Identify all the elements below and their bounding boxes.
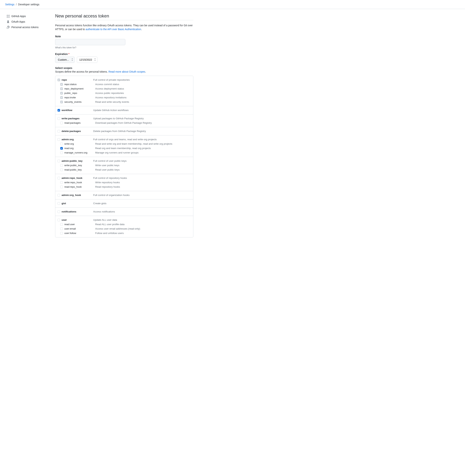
scope-description: Access repository invitations [95, 96, 191, 99]
scope-checkbox[interactable] [58, 160, 60, 162]
person-icon [7, 20, 10, 23]
scope-name[interactable]: gist [62, 202, 93, 205]
scope-name[interactable]: admin:org_hook [62, 193, 93, 197]
scope-checkbox[interactable] [60, 151, 63, 154]
sidebar-item-label: GitHub Apps [11, 15, 26, 18]
scope-checkbox[interactable] [60, 228, 63, 230]
scope-checkbox[interactable] [60, 83, 63, 86]
scope-checkbox[interactable] [58, 109, 60, 112]
scope-checkbox[interactable] [58, 219, 60, 221]
scope-name[interactable]: read:repo_hook [64, 185, 95, 189]
scope-name[interactable]: user:email [64, 227, 95, 231]
scope-checkbox[interactable] [60, 143, 63, 145]
scope-description: Write user public keys [95, 164, 191, 167]
page-title: New personal access token [55, 13, 193, 20]
required-indicator: * [68, 53, 69, 55]
scopes-doc-link[interactable]: Read more about OAuth scopes [108, 70, 145, 73]
scope-name[interactable]: read:public_key [64, 168, 95, 172]
scope-name[interactable]: manage_runners:org [64, 151, 95, 155]
scope-checkbox[interactable] [58, 194, 60, 196]
scope-checkbox[interactable] [60, 223, 63, 226]
scope-name[interactable]: write:repo_hook [64, 181, 95, 184]
scope-row: read:userRead ALL user profile data [58, 222, 191, 227]
scope-checkbox[interactable] [58, 130, 60, 133]
scope-checkbox[interactable] [58, 211, 60, 213]
scope-name[interactable]: repo:invite [64, 96, 95, 99]
scope-group: admin:org_hookFull control of organizati… [55, 191, 193, 199]
sidebar-item-github-apps[interactable]: GitHub Apps [5, 13, 51, 19]
scope-name[interactable]: write:org [64, 142, 95, 146]
scope-description: Write repository hooks [95, 181, 191, 184]
intro-auth-link[interactable]: authenticate to the API over Basic Authe… [86, 28, 141, 31]
scope-row: repo:statusAccess commit status [58, 82, 191, 86]
scope-checkbox[interactable] [58, 202, 60, 205]
breadcrumb-settings-link[interactable]: Settings [5, 3, 14, 6]
scope-checkbox[interactable] [60, 87, 63, 90]
scope-row: write:repo_hookWrite repository hooks [58, 180, 191, 185]
scope-name[interactable]: workflow [62, 108, 93, 112]
scope-group: workflowUpdate GitHub Action workflows [55, 106, 193, 115]
scope-row: admin:orgFull control of orgs and teams,… [58, 137, 191, 142]
sidebar-item-personal-access-tokens[interactable]: Personal access tokens [5, 24, 51, 30]
scope-name[interactable]: notifications [62, 210, 93, 213]
scope-name[interactable]: repo [62, 78, 93, 82]
main-content: New personal access token Personal acces… [55, 13, 193, 239]
scope-name[interactable]: repo:status [64, 83, 95, 86]
scope-group: notificationsAccess notifications [55, 208, 193, 216]
scope-checkbox[interactable] [60, 96, 63, 99]
expiration-label: Expiration * [55, 53, 193, 55]
breadcrumb-current: Developer settings [18, 3, 39, 6]
scope-checkbox[interactable] [60, 164, 63, 167]
expiration-preset-select[interactable]: Custom... [55, 57, 75, 63]
scope-checkbox[interactable] [60, 232, 63, 234]
scope-checkbox[interactable] [60, 92, 63, 95]
scope-row: write:public_keyWrite user public keys [58, 163, 191, 168]
sidebar-item-oauth-apps[interactable]: OAuth Apps [5, 19, 51, 24]
scope-checkbox[interactable] [60, 147, 63, 150]
scope-name[interactable]: security_events [64, 100, 95, 104]
scope-row: public_repoAccess public repositories [58, 91, 191, 95]
scope-description: Full control of user public keys [93, 159, 191, 163]
scope-row: admin:repo_hookFull control of repositor… [58, 176, 191, 180]
scope-checkbox[interactable] [58, 177, 60, 179]
scope-name[interactable]: write:public_key [64, 164, 95, 167]
scope-name[interactable]: user:follow [64, 231, 95, 235]
scope-name[interactable]: read:packages [64, 121, 95, 125]
intro-text: Personal access tokens function like ord… [55, 23, 193, 31]
scope-group: admin:repo_hookFull control of repositor… [55, 174, 193, 191]
note-input[interactable] [55, 39, 125, 45]
scope-row: read:packagesDownload packages from GitH… [58, 121, 191, 125]
scope-description: Access deployment status [95, 87, 191, 91]
scope-row: userUpdate ALL user data [58, 218, 191, 222]
scope-name[interactable]: delete:packages [62, 129, 93, 133]
scope-row: admin:org_hookFull control of organizati… [58, 193, 191, 197]
scope-description: Read and write org and team membership, … [95, 142, 191, 146]
scope-description: Access public repositories [95, 91, 191, 95]
scope-checkbox[interactable] [60, 101, 63, 103]
scopes-heading: Select scopes [55, 66, 193, 69]
scope-checkbox[interactable] [58, 117, 60, 120]
scope-group: userUpdate ALL user dataread:userRead AL… [55, 216, 193, 237]
scope-row: read:repo_hookRead repository hooks [58, 185, 191, 189]
scope-name[interactable]: admin:org [62, 138, 93, 141]
scope-checkbox[interactable] [60, 169, 63, 171]
scope-checkbox[interactable] [60, 122, 63, 124]
scope-name[interactable]: repo_deployment [64, 87, 95, 91]
scope-name[interactable]: write:packages [62, 117, 93, 120]
scope-checkbox[interactable] [60, 186, 63, 188]
scope-row: manage_runners:orgManage org runners and… [58, 150, 191, 155]
scope-checkbox[interactable] [58, 138, 60, 141]
scope-checkbox[interactable] [60, 181, 63, 184]
scopes-list: repoFull control of private repositories… [55, 76, 193, 237]
scope-name[interactable]: admin:public_key [62, 159, 93, 163]
expiration-date-input[interactable]: 12/15/2022 [77, 57, 97, 63]
scope-name[interactable]: read:user [64, 222, 95, 226]
scope-name[interactable]: user [62, 218, 93, 222]
scope-row: user:followFollow and unfollow users [58, 231, 191, 235]
scope-name[interactable]: admin:repo_hook [62, 176, 93, 180]
scope-name[interactable]: public_repo [64, 91, 95, 95]
scope-row: user:emailAccess user email addresses (r… [58, 227, 191, 231]
scope-name[interactable]: read:org [64, 147, 95, 150]
scopes-description: Scopes define the access for personal to… [55, 70, 193, 73]
scope-checkbox[interactable] [58, 79, 60, 81]
